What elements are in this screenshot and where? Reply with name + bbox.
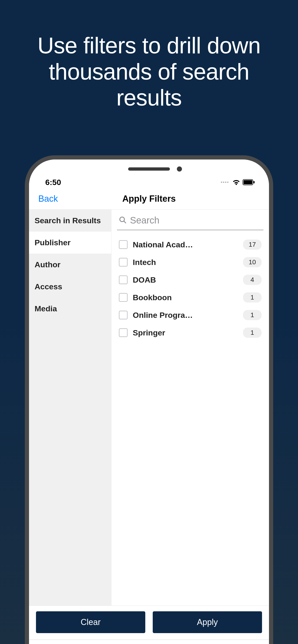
checkbox[interactable] (119, 240, 128, 249)
wifi-icon (232, 179, 240, 185)
content-area: Search in Results Publisher Author Acces… (29, 210, 269, 606)
checkbox[interactable] (119, 311, 128, 320)
count-badge: 1 (243, 310, 261, 320)
sidebar-item-publisher[interactable]: Publisher (29, 232, 111, 254)
count-badge: 17 (243, 240, 261, 250)
sidebar-item-search-in-results[interactable]: Search in Results (29, 210, 111, 232)
filter-category-sidebar: Search in Results Publisher Author Acces… (29, 210, 111, 606)
count-badge: 4 (243, 275, 261, 285)
nav-bar: Back Apply Filters (29, 190, 269, 210)
count-badge: 10 (243, 257, 261, 267)
filter-label: Intech (133, 258, 238, 267)
filter-row[interactable]: Intech 10 (117, 254, 263, 271)
page-title: Apply Filters (122, 194, 176, 204)
notch-camera (177, 166, 182, 172)
clear-button[interactable]: Clear (36, 611, 145, 633)
filter-row[interactable]: Bookboon 1 (117, 288, 263, 306)
svg-line-4 (124, 221, 126, 223)
phone-frame: 6:50 •••• Back Apply Filters Search in R… (25, 155, 273, 644)
filter-label: DOAB (133, 276, 238, 284)
count-badge: 1 (243, 292, 261, 302)
search-icon (119, 216, 127, 225)
tab-bar: Home Browse Collections Explore (29, 640, 269, 644)
filter-row[interactable]: DOAB 4 (117, 271, 263, 288)
search-input[interactable] (130, 215, 261, 226)
checkbox[interactable] (119, 258, 128, 266)
back-button[interactable]: Back (38, 194, 58, 204)
cellular-dots-icon: •••• (221, 180, 229, 185)
filter-row[interactable]: Springer 1 (117, 324, 263, 342)
filter-label: National Acad… (133, 240, 238, 249)
sidebar-item-author[interactable]: Author (29, 254, 111, 276)
filter-label: Online Progra… (133, 311, 238, 320)
checkbox[interactable] (119, 293, 128, 302)
checkbox[interactable] (119, 328, 128, 337)
filter-label: Bookboon (133, 293, 238, 302)
svg-rect-2 (253, 181, 255, 183)
search-row (117, 210, 263, 230)
checkbox[interactable] (119, 276, 128, 284)
status-bar: 6:50 •••• (29, 160, 269, 190)
status-time: 6:50 (45, 178, 61, 187)
promo-headline: Use filters to drill down thousands of s… (0, 0, 298, 111)
footer-buttons: Clear Apply (29, 606, 269, 640)
filter-values-panel: National Acad… 17 Intech 10 DOAB 4 Bookb… (111, 210, 269, 606)
notch-speaker (128, 168, 170, 170)
battery-icon (242, 179, 255, 185)
count-badge: 1 (243, 328, 261, 338)
svg-rect-1 (243, 180, 252, 184)
sidebar-item-media[interactable]: Media (29, 298, 111, 320)
filter-label: Springer (133, 328, 238, 337)
apply-button[interactable]: Apply (153, 611, 262, 633)
filter-row[interactable]: Online Progra… 1 (117, 306, 263, 324)
filter-row[interactable]: National Acad… 17 (117, 236, 263, 254)
sidebar-item-access[interactable]: Access (29, 276, 111, 298)
